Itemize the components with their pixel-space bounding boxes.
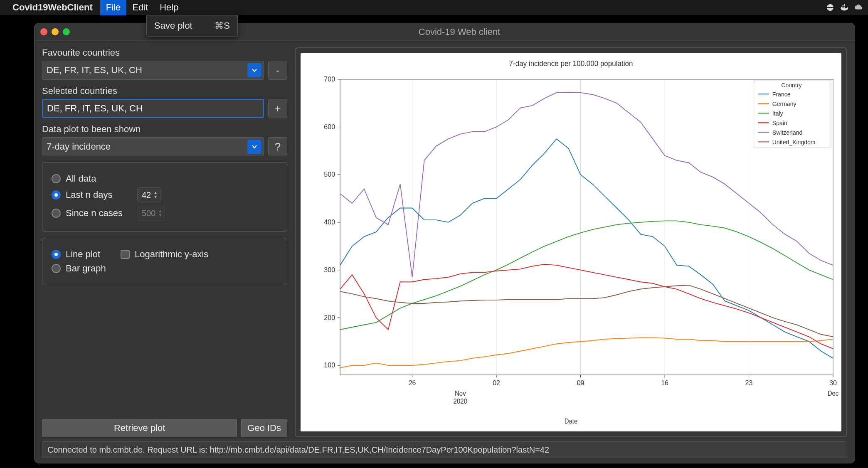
svg-rect-5	[842, 5, 843, 7]
menu-edit[interactable]: Edit	[126, 0, 154, 15]
window-controls	[40, 28, 70, 35]
remove-favourite-button[interactable]: -	[268, 61, 287, 80]
svg-text:Nov: Nov	[455, 390, 466, 397]
svg-text:500: 500	[324, 170, 335, 178]
radio-bar-graph-label: Bar graph	[66, 263, 106, 274]
chevron-down-icon	[247, 140, 261, 154]
checkbox-log-y[interactable]	[121, 250, 130, 259]
radio-last-n-days-label: Last n days	[66, 190, 132, 200]
svg-text:100: 100	[324, 361, 335, 369]
svg-text:United_Kingdom: United_Kingdom	[772, 138, 816, 145]
since-n-cases-stepper: 500 ▲▼	[137, 206, 165, 221]
svg-text:200: 200	[324, 313, 335, 321]
plot-type-value: 7-day incidence	[47, 141, 111, 152]
retrieve-plot-button[interactable]: Retrieve plot	[42, 419, 237, 437]
menu-file[interactable]: File	[100, 0, 126, 15]
favourite-countries-select[interactable]: DE, FR, IT, ES, UK, CH	[42, 61, 264, 80]
svg-text:09: 09	[577, 379, 584, 387]
chart: 7-day incidence per 100.000 population10…	[301, 53, 841, 431]
svg-rect-3	[842, 7, 843, 8]
favourite-countries-label: Favourite countries	[42, 47, 287, 58]
chevron-down-icon	[247, 63, 261, 77]
selected-countries-label: Selected countries	[42, 86, 287, 96]
svg-rect-6	[844, 5, 845, 7]
radio-bar-graph[interactable]	[52, 264, 61, 273]
svg-rect-4	[844, 7, 845, 8]
checkbox-log-y-label: Logarithmic y-axis	[135, 249, 208, 260]
svg-text:France: France	[772, 91, 791, 97]
svg-text:02: 02	[493, 379, 500, 387]
menu-save-plot-shortcut: ⌘S	[215, 20, 230, 31]
status-text: Connected to mb.cmbt.de. Request URL is:…	[47, 445, 549, 455]
svg-text:23: 23	[745, 379, 753, 387]
svg-text:Spain: Spain	[772, 119, 787, 126]
radio-line-plot[interactable]	[52, 250, 61, 259]
radio-all-data[interactable]	[52, 174, 61, 183]
status-bar: Connected to mb.cmbt.de. Request URL is:…	[42, 441, 847, 458]
file-menu-dropdown: Save plot ⌘S	[146, 15, 238, 37]
svg-text:7-day incidence per 100.000 po: 7-day incidence per 100.000 population	[509, 59, 633, 68]
menu-help[interactable]: Help	[154, 0, 184, 15]
svg-text:Dec: Dec	[828, 390, 839, 397]
radio-all-data-label: All data	[66, 173, 96, 184]
svg-rect-2	[841, 7, 842, 8]
selected-countries-value: DE, FR, IT, ES, UK, CH	[47, 103, 143, 114]
menubar-tray	[826, 3, 863, 12]
plot-type-select[interactable]: 7-day incidence	[42, 137, 264, 156]
last-n-days-stepper[interactable]: 42 ▲▼	[137, 187, 160, 202]
svg-text:16: 16	[661, 379, 668, 387]
svg-text:Date: Date	[565, 418, 578, 425]
tray-icon-1[interactable]	[826, 3, 835, 12]
tray-cloud-icon[interactable]	[854, 3, 863, 12]
radio-since-n-cases-label: Since n cases	[66, 208, 132, 219]
menu-save-plot[interactable]: Save plot ⌘S	[147, 18, 237, 34]
svg-text:30: 30	[829, 379, 837, 387]
plot-type-help-button[interactable]: ?	[268, 137, 287, 156]
radio-last-n-days[interactable]	[52, 190, 61, 200]
favourite-countries-value: DE, FR, IT, ES, UK, CH	[47, 65, 142, 76]
plot-panel: 7-day incidence per 100.000 population10…	[295, 47, 847, 437]
svg-text:Switzerland: Switzerland	[772, 129, 802, 135]
svg-text:400: 400	[324, 218, 335, 226]
selected-countries-input[interactable]: DE, FR, IT, ES, UK, CH	[42, 99, 264, 118]
svg-text:Italy: Italy	[772, 110, 784, 116]
svg-text:600: 600	[324, 123, 335, 130]
since-n-cases-value: 500	[142, 209, 155, 218]
system-menubar: Covid19WebClient File Edit Help	[0, 0, 868, 15]
stepper-arrows-icon: ▲▼	[153, 191, 158, 199]
radio-line-plot-label: Line plot	[66, 249, 116, 260]
svg-rect-7	[844, 4, 845, 5]
svg-text:700: 700	[324, 75, 335, 83]
svg-text:2020: 2020	[454, 398, 467, 405]
add-selected-button[interactable]: +	[268, 99, 287, 118]
app-name[interactable]: Covid19WebClient	[12, 2, 93, 13]
svg-text:26: 26	[409, 379, 416, 387]
zoom-icon[interactable]	[63, 28, 70, 35]
date-range-panel: All data Last n days 42 ▲▼ Since n cases…	[42, 162, 287, 232]
minimize-icon[interactable]	[52, 28, 59, 35]
close-icon[interactable]	[40, 28, 47, 35]
last-n-days-value: 42	[142, 190, 151, 200]
menu-save-plot-label: Save plot	[154, 20, 192, 31]
radio-since-n-cases[interactable]	[52, 209, 61, 218]
plot-type-label: Data plot to been shown	[42, 124, 287, 135]
sidebar: Favourite countries DE, FR, IT, ES, UK, …	[42, 47, 287, 437]
svg-text:Country: Country	[781, 81, 802, 88]
svg-rect-1	[827, 7, 833, 8]
geo-ids-button[interactable]: Geo IDs	[241, 419, 287, 437]
svg-text:Germany: Germany	[772, 100, 796, 107]
stepper-arrows-icon: ▲▼	[158, 209, 162, 217]
svg-text:300: 300	[324, 266, 335, 273]
plot-style-panel: Line plot Logarithmic y-axis Bar graph	[42, 238, 287, 285]
app-window: Covid-19 Web client Favourite countries …	[34, 23, 855, 463]
tray-docker-icon[interactable]	[840, 3, 849, 12]
